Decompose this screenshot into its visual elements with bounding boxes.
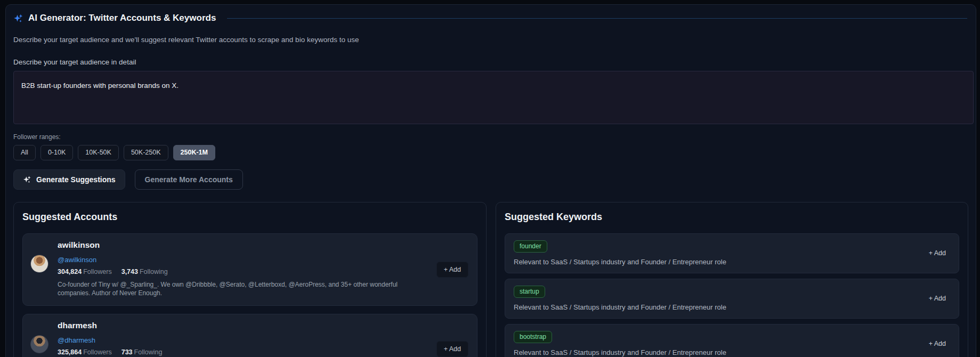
- following-count: 733: [122, 348, 133, 356]
- suggested-accounts-title: Suggested Accounts: [22, 212, 477, 223]
- account-card: dharmesh @dharmesh 325,864Followers733Fo…: [22, 314, 477, 357]
- ai-generator-panel: AI Generator: Twitter Accounts & Keyword…: [5, 4, 976, 357]
- following-label: Following: [134, 348, 163, 356]
- follower-ranges-label: Follower ranges:: [10, 133, 971, 141]
- range-chip-250k-1m[interactable]: 250K-1M: [173, 145, 215, 160]
- add-account-button[interactable]: + Add: [436, 341, 468, 357]
- keyword-badge: bootstrap: [514, 331, 552, 343]
- account-stats: 304,824Followers3,743Following: [58, 268, 409, 275]
- header-divider: [227, 18, 967, 19]
- range-chip-50k-250k[interactable]: 50K-250K: [124, 145, 168, 160]
- generate-suggestions-button[interactable]: Generate Suggestions: [13, 169, 125, 190]
- sparkles-icon: [23, 175, 31, 184]
- followers-label: Followers: [83, 268, 112, 275]
- suggested-keywords-panel: Suggested Keywords founder Relevant to S…: [496, 202, 968, 357]
- add-keyword-button[interactable]: + Add: [929, 340, 946, 347]
- sparkles-icon: [13, 13, 23, 23]
- keyword-description: Relevant to SaaS / Startups industry and…: [514, 348, 950, 356]
- followers-count: 304,824: [58, 268, 82, 275]
- add-keyword-button[interactable]: + Add: [929, 249, 946, 257]
- followers-count: 325,864: [58, 348, 82, 356]
- account-handle-link[interactable]: @dharmesh: [58, 336, 95, 344]
- avatar: [30, 335, 48, 353]
- range-chip-10k-50k[interactable]: 10K-50K: [78, 145, 119, 160]
- keyword-description: Relevant to SaaS / Startups industry and…: [514, 303, 950, 311]
- account-name: dharmesh: [58, 321, 384, 330]
- keyword-card: founder Relevant to SaaS / Startups indu…: [505, 233, 959, 273]
- suggested-accounts-panel: Suggested Accounts awilkinson @awilkinso…: [13, 202, 487, 357]
- page-title: AI Generator: Twitter Accounts & Keyword…: [28, 13, 216, 23]
- account-stats: 325,864Followers733Following: [58, 348, 384, 356]
- generate-more-accounts-button[interactable]: Generate More Accounts: [135, 169, 243, 190]
- account-handle-link[interactable]: @awilkinson: [58, 256, 96, 264]
- range-chip-0-10k[interactable]: 0-10K: [41, 145, 73, 160]
- following-label: Following: [140, 268, 168, 275]
- range-chip-all[interactable]: All: [13, 145, 36, 160]
- keyword-card: bootstrap Relevant to SaaS / Startups in…: [505, 324, 959, 357]
- keyword-badge: startup: [514, 286, 545, 298]
- followers-label: Followers: [83, 348, 112, 356]
- avatar: [30, 255, 48, 273]
- generate-suggestions-label: Generate Suggestions: [36, 175, 116, 184]
- action-buttons: Generate Suggestions Generate More Accou…: [10, 169, 971, 190]
- keyword-badge: founder: [514, 240, 547, 253]
- keyword-card: startup Relevant to SaaS / Startups indu…: [505, 279, 959, 319]
- account-card: awilkinson @awilkinson 304,824Followers3…: [22, 233, 477, 306]
- account-name: awilkinson: [58, 240, 409, 250]
- suggested-keywords-title: Suggested Keywords: [505, 212, 959, 223]
- keyword-description: Relevant to SaaS / Startups industry and…: [514, 258, 950, 266]
- add-keyword-button[interactable]: + Add: [929, 295, 946, 302]
- account-bio: Co-founder of Tiny w/ @_Sparling_. We ow…: [58, 280, 409, 298]
- audience-label: Describe your target audience in detail: [10, 58, 971, 66]
- follower-range-chips: All 0-10K 10K-50K 50K-250K 250K-1M: [10, 145, 971, 160]
- suggestions-panels: Suggested Accounts awilkinson @awilkinso…: [13, 202, 968, 357]
- audience-input[interactable]: [13, 71, 974, 124]
- following-count: 3,743: [122, 268, 138, 275]
- add-account-button[interactable]: + Add: [436, 262, 468, 278]
- page-description: Describe your target audience and we'll …: [10, 36, 971, 44]
- header: AI Generator: Twitter Accounts & Keyword…: [10, 11, 971, 25]
